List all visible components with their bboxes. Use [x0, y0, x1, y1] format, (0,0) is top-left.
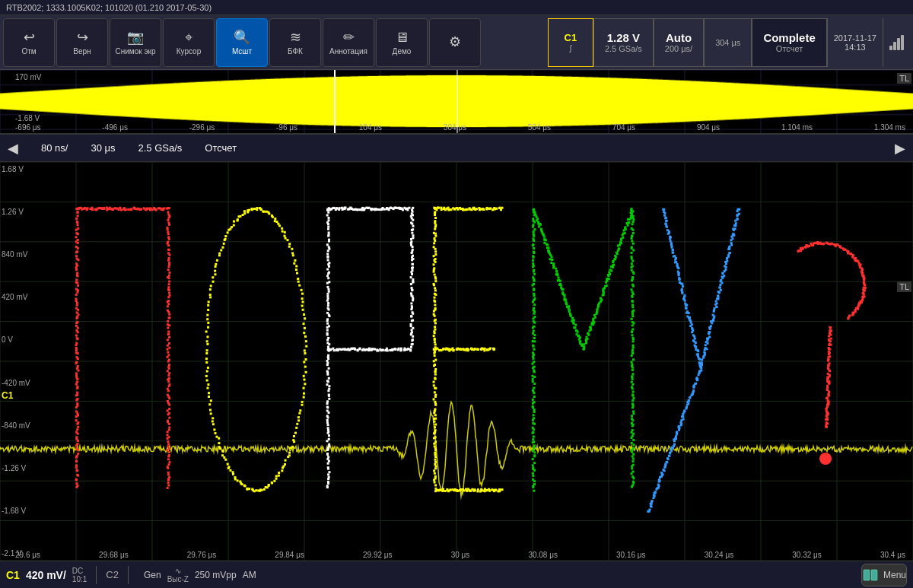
annotation-icon: ✏ — [343, 29, 355, 46]
redo-label: Верн — [73, 47, 91, 56]
menu-icon — [862, 566, 880, 584]
overview-time-label: 704 μs — [612, 123, 635, 132]
ch1-sample-rate: 2.5 GSa/s — [605, 44, 642, 53]
toolbar-btn-annotation[interactable]: ✏Аннотация — [323, 18, 374, 67]
network-icon — [883, 18, 910, 67]
top-bar: RTB2002; 1333.1005K02; 101020 (01.210 20… — [0, 0, 913, 15]
status-sub: Отсчет — [776, 44, 803, 53]
overview-times: -696 μs-496 μs-296 μs-96 μs104 μs304 μs5… — [15, 123, 905, 132]
toolbar-btn-demo[interactable]: 🖥Демо — [376, 18, 428, 67]
undo-label: Отм — [21, 47, 36, 56]
timebase-item: 80 ns/ — [41, 142, 68, 154]
bb-separator-2 — [128, 566, 129, 584]
overview-time-label: 904 μs — [697, 123, 720, 132]
cursor-label: Курсор — [177, 47, 202, 56]
offset-val: 30 μs — [91, 142, 115, 154]
svg-rect-4 — [864, 570, 870, 580]
toolbar-buttons: ↩Отм↪Верн📷Снимок экр⌖Курсор🔍Мcшт≋БФК✏Анн… — [3, 18, 481, 67]
overview-waveform: C1 170 mV -1.68 V -696 μs-496 μs-296 μs-… — [0, 70, 913, 135]
overview-time-label: -96 μs — [276, 123, 297, 132]
overview-voltage-top: 170 mV — [15, 73, 41, 81]
overview-time-label: -696 μs — [15, 123, 41, 132]
bfk-icon: ≋ — [290, 29, 301, 46]
bb-separator-1 — [96, 566, 97, 584]
menu-label: Menu — [883, 570, 906, 580]
offset-item: 30 μs — [91, 142, 115, 154]
timebase-offset: 304 μs — [715, 38, 740, 47]
bb-ch2-label: C2 — [106, 569, 119, 580]
ch1-label: C1 — [565, 32, 577, 43]
toolbar-btn-mcsht[interactable]: 🔍Мcшт — [216, 18, 268, 67]
main-waveform: 1.68 V1.26 V840 mV420 mV0 V-420 mV-840 m… — [0, 162, 913, 561]
timebase-offset-box: 304 μs — [704, 18, 752, 67]
status-complete: Complete — [763, 31, 815, 44]
ch1-icon: ∫ — [569, 43, 571, 52]
sample-rate-item: 2.5 GSa/s — [138, 142, 182, 154]
ch1-box[interactable]: C1 ∫ — [548, 18, 593, 67]
svg-rect-5 — [871, 570, 877, 580]
settings-icon: ⚙ — [449, 33, 461, 50]
mode-item: Отсчет — [205, 142, 237, 154]
toolbar-btn-snapshot[interactable]: 📷Снимок экр — [110, 18, 161, 67]
bb-gen-label: Gen — [144, 570, 161, 580]
overview-time-label: -496 μs — [102, 123, 128, 132]
bb-freq-mode: AM — [243, 570, 256, 580]
snapshot-label: Снимок экр — [116, 47, 156, 56]
overview-tl-label: TL — [897, 73, 911, 84]
toolbar-btn-cursor[interactable]: ⌖Курсор — [163, 18, 215, 67]
timebase-value: 200 μs/ — [665, 44, 692, 53]
bb-wave-sub: Выс-Z — [167, 575, 189, 583]
tl-label-main: TL — [897, 281, 911, 292]
date: 2017-11-17 — [834, 33, 876, 43]
toolbar-btn-settings[interactable]: ⚙ — [429, 18, 481, 67]
bb-wave: ∿ Выс-Z — [167, 567, 189, 583]
overview-voltage-bot: -1.68 V — [15, 114, 40, 122]
demo-label: Демо — [393, 47, 412, 56]
menu-button[interactable]: Menu — [861, 564, 907, 586]
cursor-icon: ⌖ — [185, 30, 192, 46]
ch1-voltage: 1.28 V — [607, 31, 640, 44]
mode-val: Отсчет — [205, 142, 237, 154]
toolbar-btn-bfk[interactable]: ≋БФК — [269, 18, 321, 67]
overview-time-label: 304 μs — [444, 123, 466, 132]
toolbar-btn-redo[interactable]: ↪Верн — [56, 18, 108, 67]
bfk-label: БФК — [288, 47, 303, 56]
bb-ch1-value: 420 mV/ — [26, 569, 66, 581]
bb-coupling: DC — [72, 567, 87, 575]
timebase-auto: Auto — [666, 31, 692, 44]
bb-ratio: 10:1 — [72, 575, 87, 583]
ch1-label-main: C1 — [2, 390, 13, 401]
svg-rect-0 — [889, 46, 892, 50]
timebase-box: Auto 200 μs/ — [654, 18, 704, 67]
datetime-box: 2017-11-17 14:13 — [827, 18, 883, 67]
sample-rate-val: 2.5 GSa/s — [138, 142, 182, 154]
overview-time-label: 1.104 ms — [781, 123, 813, 132]
tb-right-arrow[interactable]: ▶ — [895, 140, 905, 157]
timebase-bar: ◀ 80 ns/ 30 μs 2.5 GSa/s Отсчет ▶ — [0, 135, 913, 162]
bb-ch1-label: C1 — [6, 569, 20, 581]
main-waveform-canvas — [0, 162, 913, 561]
overview-time-label: 104 μs — [359, 123, 382, 132]
mcsht-label: Мcшт — [232, 47, 252, 56]
mcsht-icon: 🔍 — [234, 29, 250, 46]
tb-left-arrow[interactable]: ◀ — [8, 140, 18, 157]
svg-rect-3 — [901, 35, 904, 50]
svg-rect-2 — [897, 38, 900, 50]
ch1-voltage-box: 1.28 V 2.5 GSa/s — [593, 18, 654, 67]
bb-wave-icon: ∿ — [175, 567, 181, 575]
overview-time-label: 1.304 ms — [874, 123, 905, 132]
redo-icon: ↪ — [77, 29, 88, 46]
device-title: RTB2002; 1333.1005K02; 101020 (01.210 20… — [6, 3, 212, 12]
toolbar-btn-undo[interactable]: ↩Отм — [3, 18, 55, 67]
timebase-val: 80 ns/ — [41, 142, 68, 154]
snapshot-icon: 📷 — [127, 29, 144, 46]
overview-time-label: -296 μs — [189, 123, 215, 132]
bottom-bar: C1 420 mV/ DC 10:1 C2 Gen ∿ Выс-Z 250 mV… — [0, 561, 913, 588]
time: 14:13 — [845, 43, 866, 52]
channel-info: C1 ∫ 1.28 V 2.5 GSa/s Auto 200 μs/ 304 μ… — [548, 18, 910, 67]
overview-ch-label: C1 — [2, 97, 13, 107]
svg-rect-1 — [893, 42, 896, 50]
annotation-label: Аннотация — [329, 47, 367, 56]
status-box: Complete Отсчет — [752, 18, 826, 67]
toolbar: ↩Отм↪Верн📷Снимок экр⌖Курсор🔍Мcшт≋БФК✏Анн… — [0, 15, 913, 70]
